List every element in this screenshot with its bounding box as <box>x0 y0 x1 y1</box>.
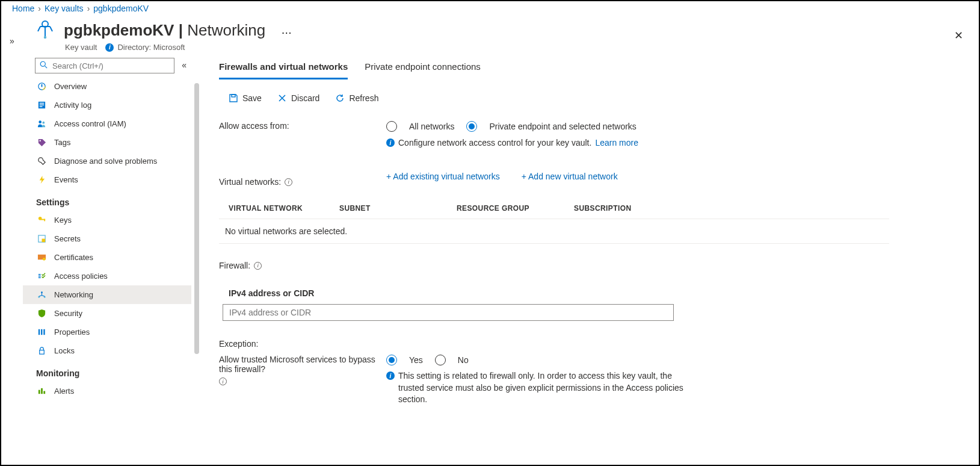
sidebar-item-certificates[interactable]: Certificates <box>23 248 191 267</box>
ip-cidr-input[interactable] <box>223 304 674 321</box>
info-outline-icon[interactable]: i <box>254 262 262 270</box>
sidebar-item-tags[interactable]: Tags <box>23 133 191 152</box>
add-existing-vnet-link[interactable]: + Add existing virtual networks <box>386 172 500 181</box>
sidebar-search-input[interactable] <box>35 58 174 73</box>
sidebar-item-label: Security <box>54 309 82 318</box>
info-outline-icon[interactable]: i <box>219 377 227 385</box>
button-label: Save <box>242 93 262 103</box>
overview-icon <box>36 82 47 91</box>
security-icon <box>36 309 47 318</box>
refresh-icon <box>335 93 345 103</box>
vnet-empty-text: No virtual networks are selected. <box>219 219 889 244</box>
sidebar-item-keys[interactable]: Keys <box>23 211 191 229</box>
learn-more-link[interactable]: Learn more <box>595 138 638 148</box>
keyvault-icon <box>35 19 55 42</box>
svg-rect-29 <box>41 388 43 394</box>
save-button[interactable]: Save <box>229 93 262 103</box>
add-new-vnet-link[interactable]: + Add new virtual network <box>522 172 618 181</box>
tab-bar: Firewalls and virtual networks Private e… <box>219 58 889 80</box>
breadcrumb-resource[interactable]: pgbkpdemoKV <box>93 4 149 13</box>
sidebar-item-label: Diagnose and solve problems <box>54 157 157 166</box>
tab-private-endpoint[interactable]: Private endpoint connections <box>365 58 481 79</box>
svg-rect-6 <box>41 84 42 87</box>
svg-rect-28 <box>38 390 40 394</box>
svg-rect-16 <box>44 219 45 222</box>
sidebar-item-label: Access control (IAM) <box>54 119 126 128</box>
sidebar-item-label: Access policies <box>54 272 108 281</box>
sidebar-item-locks[interactable]: Locks <box>23 341 191 360</box>
keys-icon <box>36 216 47 225</box>
sidebar-item-access-control[interactable]: Access control (IAM) <box>23 114 191 133</box>
radio-bypass-yes[interactable] <box>386 355 397 365</box>
exception-header: Exception: <box>219 339 386 349</box>
radio-all-networks[interactable] <box>386 121 397 132</box>
svg-rect-31 <box>232 95 235 97</box>
sidebar-group-settings: Settings <box>23 189 191 211</box>
sidebar-item-access-policies[interactable]: Access policies <box>23 267 191 285</box>
page-title: pgbkpdemoKV | Networking <box>64 21 265 40</box>
svg-point-13 <box>39 140 40 141</box>
discard-button[interactable]: Discard <box>277 93 319 103</box>
sidebar-item-label: Certificates <box>54 253 93 262</box>
sidebar-item-label: Activity log <box>54 101 91 110</box>
close-icon[interactable]: ✕ <box>954 29 963 42</box>
svg-point-2 <box>40 61 45 66</box>
svg-rect-27 <box>39 350 44 355</box>
col-virtual-network: VIRTUAL NETWORK <box>225 204 339 213</box>
ip-cidr-header: IPv4 address or CIDR <box>219 276 889 304</box>
sidebar-item-events[interactable]: Events <box>23 170 191 189</box>
button-label: Discard <box>291 93 319 103</box>
svg-rect-25 <box>41 329 42 335</box>
chevron-right-icon: › <box>38 4 41 13</box>
directory-label: Directory: Microsoft <box>117 43 185 52</box>
col-resource-group: RESOURCE GROUP <box>457 204 574 213</box>
col-subscription: SUBSCRIPTION <box>574 204 883 213</box>
sidebar-item-overview[interactable]: Overview <box>23 77 191 96</box>
sidebar-item-diagnose[interactable]: Diagnose and solve problems <box>23 152 191 170</box>
info-icon: i <box>386 138 395 147</box>
radio-label: No <box>458 355 469 365</box>
breadcrumb: Home › Key vaults › pgbkpdemoKV <box>1 1 979 16</box>
sidebar-item-activity-log[interactable]: Activity log <box>23 96 191 114</box>
allow-access-label: Allow access from: <box>219 121 386 131</box>
bypass-question-label: Allow trusted Microsoft services to bypa… <box>219 355 386 374</box>
radio-label: All networks <box>409 122 454 131</box>
save-icon <box>229 93 238 103</box>
svg-point-12 <box>42 122 45 124</box>
sidebar-item-alerts[interactable]: Alerts <box>23 382 191 400</box>
svg-point-11 <box>39 120 42 123</box>
sidebar-group-monitoring: Monitoring <box>23 360 191 382</box>
sidebar-scrollbar[interactable] <box>194 83 199 354</box>
info-outline-icon[interactable]: i <box>285 178 292 186</box>
radio-private-endpoint[interactable] <box>466 121 477 132</box>
breadcrumb-home[interactable]: Home <box>12 4 34 13</box>
svg-rect-26 <box>43 329 45 335</box>
more-icon[interactable]: … <box>281 24 293 37</box>
svg-rect-18 <box>42 239 45 243</box>
search-icon <box>40 61 48 70</box>
sidebar-item-label: Alerts <box>54 387 74 396</box>
sidebar-item-label: Networking <box>54 290 93 299</box>
resource-name: pgbkpdemoKV <box>64 21 174 39</box>
svg-rect-10 <box>39 106 42 107</box>
svg-point-20 <box>42 258 45 261</box>
sidebar-item-secrets[interactable]: Secrets <box>23 229 191 248</box>
tags-icon <box>36 138 47 147</box>
refresh-button[interactable]: Refresh <box>335 93 378 103</box>
sidebar-item-networking[interactable]: Networking <box>23 285 191 304</box>
discard-icon <box>277 93 287 103</box>
sidebar-item-security[interactable]: Security <box>23 304 191 323</box>
tab-firewalls-vnets[interactable]: Firewalls and virtual networks <box>219 58 348 79</box>
page-header: pgbkpdemoKV | Networking … <box>1 16 979 42</box>
collapse-sidebar-icon[interactable]: « <box>182 60 186 70</box>
expand-caret-icon[interactable]: » <box>10 36 14 46</box>
properties-icon <box>36 328 47 337</box>
svg-rect-24 <box>38 329 39 335</box>
radio-label: Yes <box>409 355 423 365</box>
diagnose-icon <box>36 157 47 166</box>
radio-bypass-no[interactable] <box>435 355 446 365</box>
sidebar-item-properties[interactable]: Properties <box>23 323 191 341</box>
breadcrumb-keyvaults[interactable]: Key vaults <box>45 4 84 13</box>
firewall-label: Firewall: i <box>219 261 386 270</box>
toolbar: Save Discard Refresh <box>229 93 889 103</box>
